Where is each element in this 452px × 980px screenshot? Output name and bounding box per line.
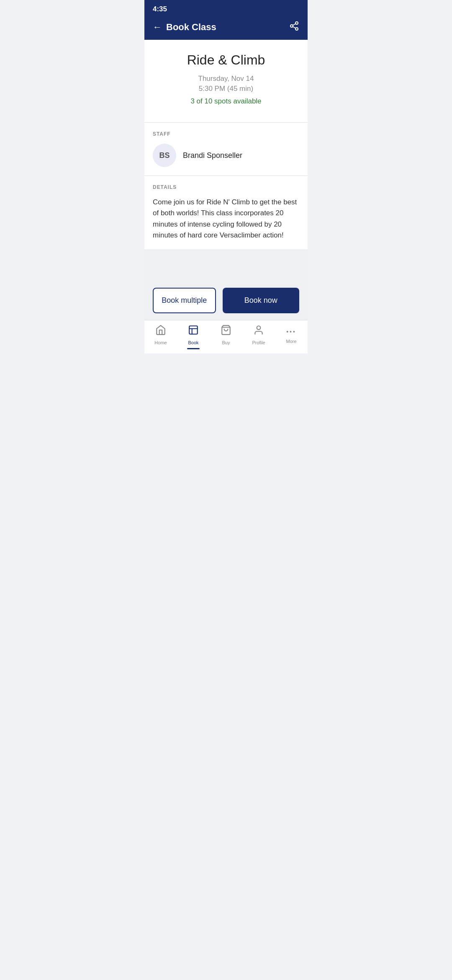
nav-more[interactable]: ••• More: [275, 326, 308, 344]
nav-active-indicator: [187, 348, 200, 349]
staff-avatar: BS: [153, 144, 176, 167]
nav-book[interactable]: Book: [177, 325, 210, 345]
action-buttons-area: Book multiple Book now: [144, 279, 308, 320]
page-title: Book Class: [166, 22, 216, 33]
spots-available: 3 of 10 spots available: [153, 97, 299, 106]
svg-point-9: [257, 326, 261, 330]
bottom-navigation: Home Book Buy: [144, 320, 308, 353]
nav-profile-label: Profile: [252, 340, 265, 345]
buy-icon: [221, 325, 231, 338]
nav-book-label: Book: [188, 340, 198, 345]
share-button[interactable]: [289, 21, 299, 33]
staff-section: STAFF BS Brandi Sponseller: [144, 123, 308, 175]
book-now-button[interactable]: Book now: [223, 288, 299, 313]
header-left: ← Book Class: [153, 22, 216, 33]
nav-more-label: More: [286, 339, 296, 344]
staff-row: BS Brandi Sponseller: [153, 144, 299, 167]
svg-line-3: [293, 27, 296, 28]
nav-buy[interactable]: Buy: [210, 325, 242, 345]
profile-icon: [253, 325, 264, 338]
nav-profile[interactable]: Profile: [242, 325, 275, 345]
details-section-label: DETAILS: [153, 176, 299, 190]
nav-home-label: Home: [154, 340, 167, 345]
back-button[interactable]: ←: [153, 22, 162, 33]
book-icon: [188, 325, 199, 338]
svg-rect-5: [189, 326, 198, 334]
staff-initials: BS: [159, 151, 170, 160]
staff-name: Brandi Sponseller: [183, 151, 242, 160]
nav-home[interactable]: Home: [144, 325, 177, 345]
home-icon: [155, 325, 166, 338]
class-title: Ride & Climb: [153, 52, 299, 68]
class-info-section: Ride & Climb Thursday, Nov 14 5:30 PM (4…: [144, 40, 308, 122]
nav-buy-label: Buy: [222, 340, 230, 345]
book-multiple-button[interactable]: Book multiple: [153, 288, 216, 313]
svg-line-4: [293, 24, 296, 26]
class-date: Thursday, Nov 14: [153, 75, 299, 83]
staff-section-label: STAFF: [153, 131, 299, 137]
more-icon: •••: [286, 326, 296, 337]
details-text: Come join us for Ride N' Climb to get th…: [153, 197, 299, 241]
status-bar: 4:35: [144, 0, 308, 17]
content-spacer: [144, 249, 308, 279]
class-time: 5:30 PM (45 min): [153, 85, 299, 93]
details-section: DETAILS Come join us for Ride N' Climb t…: [144, 176, 308, 249]
status-time: 4:35: [153, 5, 167, 13]
app-header: ← Book Class: [144, 17, 308, 40]
